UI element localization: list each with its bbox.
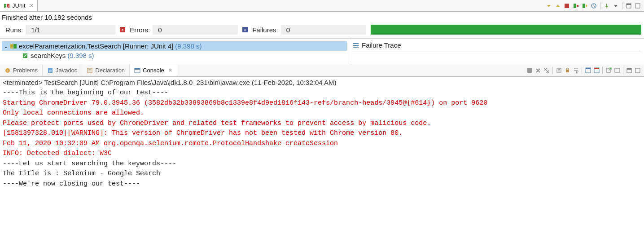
show-console-on-err-icon[interactable] <box>593 67 600 74</box>
console-icon <box>134 67 140 74</box>
console-header: <terminated> TestSearch [JUnit] C:\Progr… <box>0 77 644 88</box>
results-bar: Runs: 1/1 x Errors: 0 x Failures: 0 <box>0 24 644 39</box>
svg-rect-16 <box>10 44 13 49</box>
junit-toolbar <box>545 0 644 11</box>
console-output[interactable]: ----This is the beginning of our test---… <box>0 88 644 192</box>
chevron-down-icon[interactable]: ⌄ <box>4 43 8 49</box>
failure-icon: x <box>242 27 248 32</box>
minimize-icon[interactable] <box>626 67 633 74</box>
tab-declaration-label: Declaration <box>95 67 125 74</box>
stack-icon <box>353 42 359 49</box>
tab-javadoc-label: Javadoc <box>56 67 77 74</box>
tab-problems[interactable]: ! Problems <box>0 64 43 76</box>
svg-rect-35 <box>566 70 569 72</box>
separator <box>623 67 623 74</box>
display-selected-console-icon[interactable] <box>613 67 621 74</box>
svg-rect-42 <box>615 68 620 72</box>
svg-rect-5 <box>577 5 578 7</box>
tree-root-duration: (9.398 s) <box>175 42 202 50</box>
status-line: Finished after 10.192 seconds <box>0 12 644 24</box>
runs-value: 1/1 <box>26 25 115 35</box>
svg-rect-40 <box>606 68 610 72</box>
failures-value: 0 <box>281 25 366 35</box>
scroll-up-icon[interactable] <box>554 2 561 9</box>
console-line: [1581397328.010][WARNING]: This version … <box>3 128 641 139</box>
view-menu-icon[interactable] <box>612 2 619 9</box>
separator <box>552 67 553 74</box>
junit-split: ⌄ excelParameterization.TestSearch [Runn… <box>0 39 644 64</box>
console-line: Starting ChromeDriver 79.0.3945.36 (3582… <box>3 98 641 109</box>
console-toolbar <box>526 64 644 76</box>
errors-value: 0 <box>153 25 238 35</box>
separator <box>600 2 600 9</box>
failure-trace-pane: Failure Trace <box>349 39 644 64</box>
console-line: Please protect ports used by ChromeDrive… <box>3 119 641 129</box>
svg-rect-39 <box>594 68 599 69</box>
word-wrap-icon[interactable] <box>572 67 579 74</box>
junit-view-tabstrip: JU JUnit ✕ <box>0 0 644 12</box>
svg-rect-44 <box>627 68 631 70</box>
svg-rect-6 <box>583 4 585 8</box>
svg-rect-31 <box>527 68 532 73</box>
maximize-icon[interactable] <box>634 2 641 9</box>
scroll-lock-icon[interactable] <box>564 67 571 74</box>
console-line: The title is : Selenium - Google Search <box>3 169 641 179</box>
close-icon[interactable]: ✕ <box>30 3 34 9</box>
terminate-icon[interactable] <box>526 67 533 74</box>
tree-child-duration: (9.398 s) <box>67 52 94 59</box>
console-line: INFO: Detected dialect: W3C <box>3 149 641 159</box>
rerun-failed-icon[interactable] <box>572 2 579 9</box>
open-console-icon[interactable] <box>605 67 612 74</box>
svg-rect-10 <box>626 4 631 5</box>
console-line: ----This is the beginning of our test---… <box>3 88 641 98</box>
test-suite-icon <box>10 43 17 50</box>
svg-text:JU: JU <box>5 4 9 8</box>
svg-rect-30 <box>135 68 140 70</box>
tab-junit[interactable]: JU JUnit ✕ <box>0 0 38 11</box>
svg-text:!: ! <box>7 69 8 73</box>
svg-rect-45 <box>635 68 640 73</box>
error-icon: x <box>120 27 125 32</box>
separator <box>622 2 622 9</box>
console-line: Feb 11, 2020 10:32:09 AM org.openqa.sele… <box>3 139 641 149</box>
close-icon[interactable]: ✕ <box>168 67 172 73</box>
separator <box>602 67 603 74</box>
tab-console-label: Console <box>143 67 164 74</box>
svg-rect-37 <box>586 68 591 69</box>
history-icon[interactable] <box>590 2 597 9</box>
tree-root-label: excelParameterization.TestSearch [Runner… <box>19 42 173 50</box>
minimize-icon[interactable] <box>625 2 632 9</box>
scroll-down-icon[interactable] <box>545 2 552 9</box>
tab-junit-label: JUnit <box>12 2 26 9</box>
rerun-icon[interactable] <box>581 2 588 9</box>
tree-root-row[interactable]: ⌄ excelParameterization.TestSearch [Runn… <box>2 41 347 51</box>
tab-javadoc[interactable]: @ Javadoc <box>43 64 82 76</box>
separator <box>582 67 582 74</box>
svg-rect-26 <box>88 68 92 73</box>
svg-rect-3 <box>565 4 569 8</box>
svg-text:x: x <box>122 27 124 32</box>
failure-trace-header: Failure Trace <box>352 40 641 52</box>
svg-text:x: x <box>244 27 246 32</box>
runs-label: Runs: <box>3 25 26 35</box>
test-tree: ⌄ excelParameterization.TestSearch [Runn… <box>0 39 349 64</box>
svg-rect-4 <box>574 4 576 8</box>
problems-icon: ! <box>4 67 11 74</box>
clear-console-icon[interactable] <box>555 67 562 74</box>
remove-all-icon[interactable] <box>543 67 550 74</box>
remove-launch-icon[interactable] <box>534 67 542 74</box>
stop-icon[interactable] <box>563 2 570 9</box>
tab-declaration[interactable]: Declaration <box>82 64 130 76</box>
tab-console[interactable]: Console ✕ <box>130 64 177 76</box>
pin-icon[interactable] <box>603 2 610 9</box>
test-pass-icon <box>22 52 29 59</box>
svg-rect-32 <box>557 68 561 72</box>
svg-rect-11 <box>635 4 640 8</box>
maximize-icon[interactable] <box>634 67 641 74</box>
progress-bar <box>371 25 641 35</box>
console-line: ----Let us start searching the keywords-… <box>3 159 641 169</box>
svg-rect-17 <box>13 44 17 49</box>
show-console-icon[interactable] <box>584 67 591 74</box>
tree-child-row[interactable]: searchKeys (9.398 s) <box>20 51 347 60</box>
bottom-view-tabstrip: ! Problems @ Javadoc Declaration Console… <box>0 64 644 77</box>
